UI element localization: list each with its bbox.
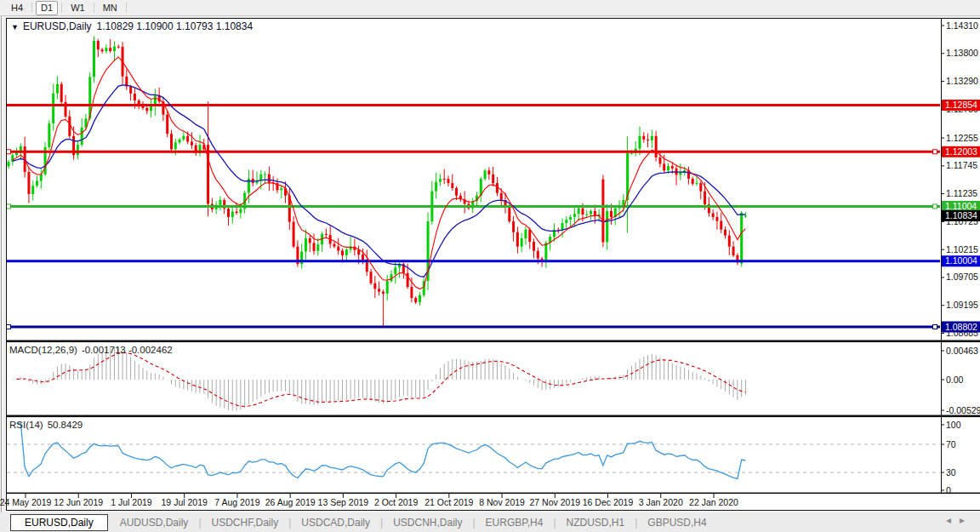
svg-text:3 Jan 2020: 3 Jan 2020	[639, 497, 683, 507]
svg-text:30: 30	[946, 467, 956, 478]
svg-text:1.09195: 1.09195	[946, 300, 978, 310]
svg-text:19 Jul 2019: 19 Jul 2019	[162, 497, 208, 507]
svg-text:1.10834: 1.10834	[945, 210, 977, 220]
tab-separator: |	[472, 517, 475, 529]
svg-text:22 Jan 2020: 22 Jan 2020	[689, 497, 738, 507]
svg-text:0: 0	[946, 485, 951, 495]
svg-text:0.00: 0.00	[946, 375, 964, 385]
svg-text:26 Aug 2019: 26 Aug 2019	[265, 497, 316, 507]
svg-text:1.10215: 1.10215	[946, 244, 978, 255]
svg-text:-0.00529: -0.00529	[946, 405, 980, 415]
svg-text:21 Oct 2019: 21 Oct 2019	[424, 497, 473, 507]
svg-text:1.13290: 1.13290	[946, 76, 978, 86]
svg-text:16 Dec 2019: 16 Dec 2019	[583, 497, 634, 507]
tab-scroll-left-icon[interactable]: ◂	[946, 514, 960, 526]
tab-separator: |	[288, 517, 291, 529]
chart-tab-usdcnh[interactable]: USDCNH,Daily	[385, 515, 470, 530]
svg-text:100: 100	[946, 420, 961, 430]
chart-tab-eurusd[interactable]: EURUSD,Daily	[10, 514, 108, 531]
price-chart-canvas[interactable]: 1.143101.138001.132901.127801.122551.117…	[0, 0, 980, 532]
svg-text:24 May 2019: 24 May 2019	[0, 497, 52, 507]
svg-text:27 Nov 2019: 27 Nov 2019	[530, 497, 581, 507]
chart-tab-gbpusd[interactable]: GBPUSD,H4	[639, 515, 715, 530]
svg-text:1.14310: 1.14310	[946, 20, 978, 31]
svg-text:7 Aug 2019: 7 Aug 2019	[214, 497, 259, 507]
svg-text:2 Oct 2019: 2 Oct 2019	[374, 497, 419, 507]
chart-tab-audusd[interactable]: AUDUSD,Daily	[111, 515, 197, 530]
svg-text:0.00463: 0.00463	[946, 346, 978, 356]
svg-text:1.08802: 1.08802	[945, 322, 977, 332]
svg-text:1.13800: 1.13800	[946, 48, 978, 58]
svg-text:1.12854: 1.12854	[945, 100, 977, 110]
tab-separator: |	[198, 517, 201, 529]
chart-tab-usdchf[interactable]: USDCHF,Daily	[203, 515, 288, 530]
svg-text:8 Nov 2019: 8 Nov 2019	[479, 497, 525, 507]
chart-tab-bar: EURUSD,DailyAUDUSD,Daily|USDCHF,Daily|US…	[0, 512, 980, 532]
tab-scroll-arrows: ◂▸	[946, 514, 973, 526]
svg-text:1.10004: 1.10004	[945, 255, 977, 266]
svg-text:13 Sep 2019: 13 Sep 2019	[318, 497, 369, 507]
svg-text:1.12003: 1.12003	[945, 146, 977, 157]
svg-text:70: 70	[946, 439, 956, 449]
tab-separator: |	[553, 517, 556, 529]
svg-text:12 Jun 2019: 12 Jun 2019	[54, 497, 103, 507]
svg-text:1.11745: 1.11745	[946, 160, 977, 170]
mt4-chart-window: H4D1W1MN 1.143101.138001.132901.127801.1…	[0, 0, 980, 532]
svg-text:1.12255: 1.12255	[946, 133, 978, 143]
svg-text:1.11235: 1.11235	[946, 188, 977, 198]
tab-separator: |	[635, 517, 637, 529]
svg-text:1 Jul 2019: 1 Jul 2019	[111, 497, 152, 507]
chart-tab-usdcad[interactable]: USDCAD,Daily	[293, 515, 379, 530]
chart-tab-nzdusd[interactable]: NZDUSD,H1	[558, 515, 634, 530]
chart-tab-eurgbp[interactable]: EURGBP,H4	[477, 515, 552, 530]
tab-scroll-right-icon[interactable]: ▸	[960, 514, 973, 526]
svg-text:1.09705: 1.09705	[946, 272, 978, 282]
tab-separator: |	[380, 517, 383, 529]
